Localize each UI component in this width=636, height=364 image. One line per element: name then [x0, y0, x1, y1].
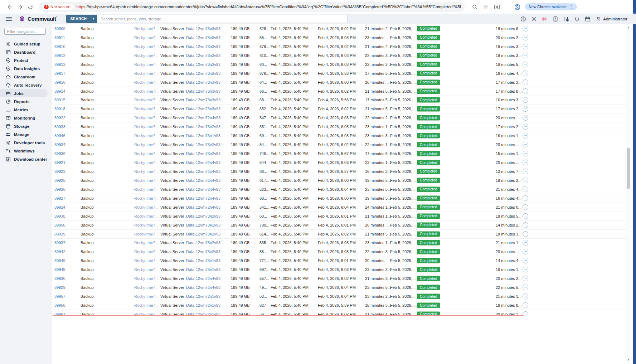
server-link[interactable]: Rocky-tme7... [134, 98, 159, 102]
server-link[interactable]: Rocky-tme7... [134, 80, 159, 84]
sidebar-item-download-center[interactable]: Download center [0, 155, 52, 163]
sidebar-item-data-insights[interactable]: Data Insights [0, 64, 52, 73]
server-link[interactable]: Rocky-tme7... [134, 258, 159, 263]
sidebar-item-auto-recovery[interactable]: Auto recovery [0, 81, 52, 89]
filter-navigation-input[interactable] [4, 28, 46, 35]
server-link[interactable]: Rocky-tme7... [134, 125, 159, 129]
row-actions-ellipsis-icon[interactable]: ⋯ [523, 293, 528, 299]
server-link[interactable]: Rocky-tme7... [134, 223, 159, 227]
job-id-link[interactable]: 89922 [54, 116, 65, 120]
row-actions-ellipsis-icon[interactable]: ⋯ [523, 151, 528, 156]
row-actions-ellipsis-icon[interactable]: ⋯ [523, 169, 528, 174]
job-id-link[interactable]: 89927 [54, 196, 65, 200]
theme-sun-icon[interactable] [531, 16, 537, 22]
row-actions-ellipsis-icon[interactable]: ⋯ [523, 258, 528, 263]
job-id-link[interactable]: 89946 [54, 134, 65, 138]
server-link[interactable]: Rocky-tme7... [134, 160, 159, 165]
scrollbar-thumb[interactable] [627, 148, 630, 189]
server-link[interactable]: Rocky-tme7... [134, 53, 159, 58]
job-id-link[interactable]: 89945 [54, 267, 65, 272]
job-id-link[interactable]: 89939 [54, 232, 65, 236]
server-link[interactable]: Rocky-tme7... [134, 62, 159, 67]
tab-search-icon[interactable] [492, 2, 502, 12]
sidebar-item-storage[interactable]: Storage [0, 122, 52, 130]
global-search-input[interactable] [97, 15, 348, 23]
subclient-link[interactable]: Data-12vm73n1v93 [186, 267, 220, 272]
job-id-link[interactable]: 89929 [54, 285, 65, 290]
server-link[interactable]: Rocky-tme7... [134, 169, 159, 174]
server-link[interactable]: Rocky-tme7... [134, 294, 159, 299]
server-link[interactable]: Rocky-tme7... [134, 26, 159, 31]
row-actions-ellipsis-icon[interactable]: ⋯ [523, 53, 528, 58]
sidebar-item-workflows[interactable]: Workflows [0, 147, 52, 155]
server-link[interactable]: Rocky-tme7... [134, 232, 159, 236]
commvault-brand[interactable]: Commvault' [19, 16, 57, 22]
subclient-link[interactable]: Data-12vm73n2v93 [186, 125, 220, 129]
row-actions-ellipsis-icon[interactable]: ⋯ [523, 97, 528, 103]
subclient-link[interactable]: Data-12vm73n2v93 [186, 151, 220, 156]
profile-icon[interactable] [512, 2, 522, 12]
row-actions-ellipsis-icon[interactable]: ⋯ [523, 160, 528, 165]
server-link[interactable]: Rocky-tme7... [134, 107, 159, 111]
job-id-link[interactable]: 89910 [54, 44, 65, 49]
row-actions-ellipsis-icon[interactable]: ⋯ [523, 124, 528, 130]
server-link[interactable]: Rocky-tme7... [134, 196, 159, 200]
server-link[interactable]: Rocky-tme7... [134, 249, 159, 254]
row-actions-ellipsis-icon[interactable]: ⋯ [523, 88, 528, 94]
vertical-scrollbar[interactable]: ▲ ▼ [626, 24, 631, 364]
sidebar-item-dashboard[interactable]: Dashboard [0, 48, 52, 56]
server-link[interactable]: Rocky-tme7... [134, 116, 159, 120]
server-link[interactable]: Rocky-tme7... [134, 303, 159, 307]
subclient-link[interactable]: Data-12vm73n3v93 [186, 53, 220, 58]
row-actions-ellipsis-icon[interactable]: ⋯ [523, 249, 528, 254]
job-id-link[interactable]: 89937 [54, 241, 65, 245]
row-actions-ellipsis-icon[interactable]: ⋯ [523, 213, 528, 219]
browser-menu-kebab-icon[interactable]: ⋮ [569, 5, 573, 9]
job-id-link[interactable]: 89949 [54, 258, 65, 263]
subclient-link[interactable]: Data-12vm72n4v93 [186, 285, 220, 290]
job-id-link[interactable]: 89942 [54, 249, 65, 254]
row-actions-ellipsis-icon[interactable]: ⋯ [523, 115, 528, 121]
audit-clipboard-icon[interactable] [563, 16, 569, 22]
subclient-link[interactable]: Data-12vm72n4v93 [186, 276, 220, 281]
row-actions-ellipsis-icon[interactable]: ⋯ [523, 133, 528, 139]
server-link[interactable]: Rocky-tme7... [134, 89, 159, 93]
chevron-down-icon[interactable]: ▾ [90, 17, 94, 20]
sidebar-item-metrics[interactable]: Metrics [0, 106, 52, 114]
job-id-link[interactable]: 89914 [54, 89, 65, 93]
row-actions-ellipsis-icon[interactable]: ⋯ [523, 186, 528, 192]
subclient-link[interactable]: Data-12vm72n4v93 [186, 169, 220, 174]
subclient-link[interactable]: Data-12vm73n1v93 [186, 134, 220, 138]
job-id-link[interactable]: 89925 [54, 178, 65, 183]
subclient-link[interactable]: Data-12vm72n4v93 [186, 116, 220, 120]
row-actions-ellipsis-icon[interactable]: ⋯ [523, 222, 528, 228]
server-link[interactable]: Rocky-tme7... [134, 71, 159, 76]
server-link[interactable]: Rocky-tme7... [134, 187, 159, 191]
sidebar-item-guided-setup[interactable]: Guided setup [0, 40, 52, 48]
job-id-link[interactable]: 89921 [54, 160, 65, 165]
notifications-bell-icon[interactable] [574, 16, 580, 22]
help-icon[interactable] [520, 16, 526, 22]
scroll-up-icon[interactable]: ▲ [626, 25, 631, 30]
subclient-link[interactable]: Data-12vm72n4v93 [186, 205, 220, 209]
row-actions-ellipsis-icon[interactable]: ⋯ [523, 231, 528, 237]
subclient-link[interactable]: Data-12vm73n3v93 [186, 89, 220, 93]
browser-back-icon[interactable] [5, 2, 15, 12]
sidebar-item-monitoring[interactable]: Monitoring [0, 114, 52, 122]
job-id-link[interactable]: 89918 [54, 107, 65, 111]
subclient-link[interactable]: Data-12vm73n3v93 [186, 26, 220, 31]
job-id-link[interactable]: 89930 [54, 276, 65, 281]
release-notes-icon[interactable] [552, 16, 558, 22]
subclient-link[interactable]: Data-12vm73n2v93 [186, 232, 220, 236]
subclient-link[interactable]: Data-12vm72n1v93 [186, 303, 220, 307]
row-actions-ellipsis-icon[interactable]: ⋯ [523, 106, 528, 112]
server-link[interactable]: Rocky-tme7... [134, 134, 159, 138]
activity-pulse-icon[interactable] [542, 16, 548, 22]
subclient-link[interactable]: Data-12vm73n3v93 [186, 35, 220, 40]
job-id-link[interactable]: 89917 [54, 71, 65, 76]
server-link[interactable]: Rocky-tme7... [134, 205, 159, 209]
job-id-link[interactable]: 89923 [54, 169, 65, 174]
subclient-link[interactable]: Data-12vm73n2v93 [186, 142, 220, 147]
subclient-link[interactable]: Data-12vm73n3v93 [186, 62, 220, 67]
subclient-link[interactable]: Data-12vm72n4v93 [186, 160, 220, 165]
